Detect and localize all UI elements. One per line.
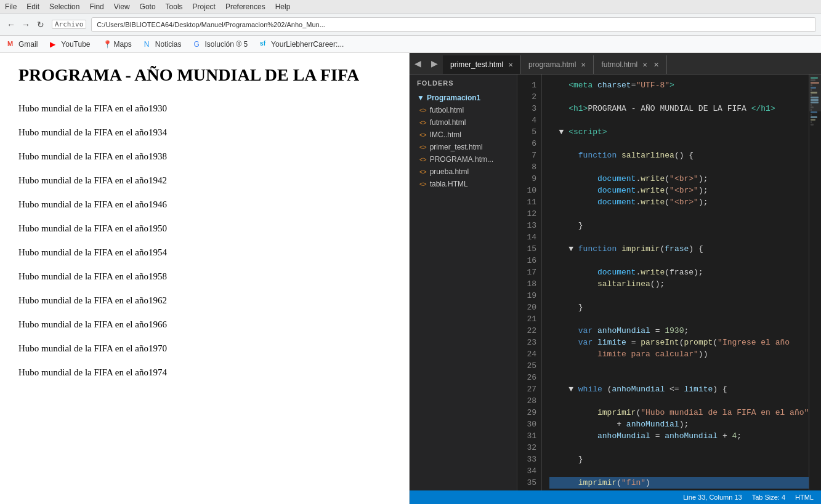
menu-preferences[interactable]: Preferences	[225, 2, 265, 11]
code-line-17: document.write(frase);	[549, 266, 809, 278]
status-column: Column 13	[709, 494, 742, 501]
tab-programa[interactable]: programa.html ✕	[521, 55, 594, 74]
ln-25: 25	[517, 360, 541, 372]
ln-27: 27	[517, 383, 541, 395]
tab-futmol-label: futmol.html	[601, 60, 637, 69]
ln-9: 9	[517, 173, 541, 185]
code-line-12	[549, 208, 809, 220]
code-line-20: }	[549, 302, 809, 313]
editor-menu-bar: File Edit Selection Find View Goto Tools…	[0, 0, 821, 14]
minimap-line-5	[811, 87, 816, 89]
code-line-6	[549, 138, 809, 150]
code-line-24	[549, 360, 809, 372]
tab-programa-close[interactable]: ✕	[581, 62, 586, 68]
file-futbol[interactable]: <> futbol.html	[410, 104, 517, 116]
entry-1934: Hubo mundial de la FIFA en el año1934	[18, 127, 390, 138]
bookmark-noticias[interactable]: N Noticias	[142, 39, 184, 50]
file-prueba[interactable]: <> prueba.html	[410, 166, 517, 178]
code-area[interactable]: 1 2 3 4 5 6 7 8 9 10 11 12 13 14 15 16 1	[517, 74, 821, 490]
tab-futmol[interactable]: futmol.html ✕ ✕	[594, 55, 667, 74]
menu-selection[interactable]: Selection	[49, 2, 79, 11]
status-tab-size: Tab Size: 4	[752, 494, 785, 501]
minimap-line-15	[811, 111, 817, 113]
forward-button[interactable]: →	[20, 18, 32, 31]
browser-content: PROGRAMA - AÑO MUNDIAL DE LA FIFA Hubo m…	[0, 53, 410, 504]
file-icon-programa: <>	[419, 156, 427, 163]
ln-4: 4	[517, 114, 541, 126]
code-line-5: ▼ <script>	[549, 126, 809, 138]
menu-edit[interactable]: Edit	[26, 2, 39, 11]
file-primer-test[interactable]: <> primer_test.html	[410, 141, 517, 153]
code-line-29: anhoMundial = anhoMundial + 4;	[549, 430, 809, 442]
tab-futmol-x2[interactable]: ✕	[653, 61, 659, 69]
file-imc[interactable]: <> IMC..html	[410, 129, 517, 141]
archive-label: Archivo	[52, 20, 86, 29]
file-tabla[interactable]: <> tabla.HTML	[410, 178, 517, 190]
entry-1966: Hubo mundial de la FIFA en el año1966	[18, 319, 390, 330]
bookmark-gmail[interactable]: M Gmail	[5, 39, 40, 50]
code-line-4	[549, 114, 809, 126]
minimap-line-9	[811, 97, 818, 98]
tab-nav-left[interactable]: ◀	[410, 53, 426, 74]
file-icon-futbol: <>	[419, 107, 427, 114]
menu-project[interactable]: Project	[193, 2, 216, 11]
code-content[interactable]: <meta charset="UTF-8"> <h1>PROGRAMA - AÑ…	[542, 74, 809, 490]
refresh-button[interactable]: ↻	[34, 18, 47, 31]
ln-6: 6	[517, 138, 541, 150]
tab-primer-test-label: primer_test.html	[450, 60, 503, 69]
entry-1974: Hubo mundial de la FIFA en el año1974	[18, 367, 390, 378]
code-line-19	[549, 290, 809, 302]
ln-24: 24	[517, 348, 541, 360]
main-area: PROGRAMA - AÑO MUNDIAL DE LA FIFA Hubo m…	[0, 53, 821, 504]
bookmark-liebherr[interactable]: sf YourLiebherrCareer:...	[257, 39, 346, 50]
code-line-18: saltarlinea();	[549, 278, 809, 290]
sf-icon: sf	[260, 40, 269, 49]
menu-tools[interactable]: Tools	[166, 2, 183, 11]
tab-futmol-close[interactable]: ✕	[642, 62, 647, 68]
maps-icon: 📍	[103, 40, 111, 49]
ln-33: 33	[517, 454, 541, 465]
ln-5: 5	[517, 126, 541, 138]
youtube-icon: ▶	[50, 40, 59, 49]
status-line: Line 33	[683, 494, 705, 501]
minimap-line-7	[811, 92, 817, 94]
menu-find[interactable]: Find	[89, 2, 103, 11]
minimap-line-3	[811, 82, 819, 84]
bookmark-isolucion[interactable]: G Isolución ® 5	[192, 39, 251, 50]
menu-goto[interactable]: Goto	[140, 2, 156, 11]
file-programa[interactable]: <> PROGRAMA.htm...	[410, 153, 517, 166]
minimap-line-11	[811, 102, 818, 103]
ln-20: 20	[517, 302, 541, 313]
entry-1970: Hubo mundial de la FIFA en el año1970	[18, 343, 390, 354]
code-line-23: var limite = parseInt(prompt("Ingrese el…	[549, 337, 809, 348]
ln-12: 12	[517, 208, 541, 220]
bookmarks-bar: M Gmail ▶ YouTube 📍 Maps N Noticias G Is…	[0, 36, 821, 53]
tab-nav-right[interactable]: ▶	[426, 53, 443, 74]
file-futmol[interactable]: <> futmol.html	[410, 116, 517, 129]
menu-file[interactable]: File	[5, 2, 17, 11]
folder-programacion1[interactable]: ▼ Programacion1	[410, 92, 517, 104]
mundial-entries: Hubo mundial de la FIFA en el año1930 Hu…	[18, 103, 390, 378]
code-line-14	[549, 231, 809, 243]
ln-28: 28	[517, 395, 541, 407]
address-bar[interactable]	[91, 17, 816, 32]
minimap-line-16	[811, 114, 811, 116]
minimap-line-10	[811, 99, 818, 101]
entry-1942: Hubo mundial de la FIFA en el año1942	[18, 175, 390, 186]
ln-1: 1	[517, 79, 541, 91]
status-bar: Line 33, Column 13 Tab Size: 4 HTML	[410, 490, 821, 504]
bookmark-maps[interactable]: 📍 Maps	[100, 39, 134, 50]
menu-help[interactable]: Help	[275, 2, 291, 11]
file-imc-label: IMC..html	[430, 130, 461, 139]
file-prueba-label: prueba.html	[430, 167, 469, 176]
menu-view[interactable]: View	[114, 2, 130, 11]
code-editor: ◀ ▶ primer_test.html ✕ programa.html ✕ f…	[410, 53, 821, 504]
tab-primer-test[interactable]: primer_test.html ✕	[443, 55, 521, 74]
minimap-line-1	[811, 77, 818, 79]
ln-3: 3	[517, 103, 541, 114]
back-button[interactable]: ←	[5, 18, 17, 31]
tab-primer-test-close[interactable]: ✕	[508, 62, 513, 68]
bookmark-youtube[interactable]: ▶ YouTube	[47, 39, 92, 50]
ln-7: 7	[517, 150, 541, 161]
file-icon-prueba: <>	[419, 169, 427, 175]
